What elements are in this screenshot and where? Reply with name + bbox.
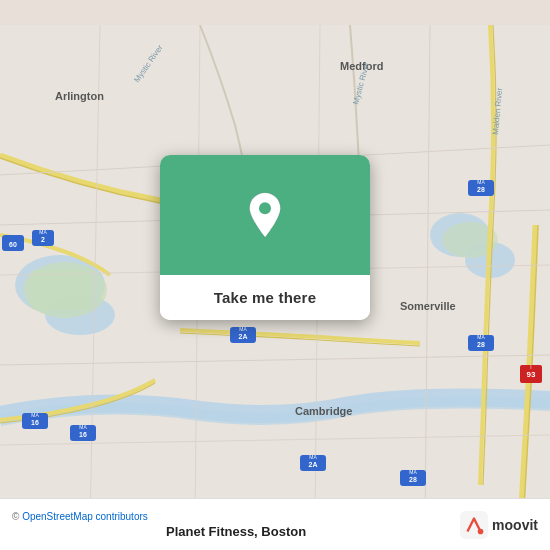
navigation-card: Take me there	[160, 155, 370, 320]
svg-text:16: 16	[79, 431, 87, 438]
take-me-there-button[interactable]: Take me there	[160, 275, 370, 320]
svg-text:2: 2	[41, 236, 45, 243]
moovit-icon	[460, 511, 488, 539]
svg-text:Arlington: Arlington	[55, 90, 104, 102]
svg-rect-6	[30, 270, 90, 310]
moovit-logo: moovit	[460, 511, 538, 539]
svg-text:Cambridge: Cambridge	[295, 405, 352, 417]
svg-text:MA: MA	[477, 179, 485, 185]
svg-text:I: I	[530, 364, 531, 370]
svg-text:MA: MA	[39, 229, 47, 235]
location-pin-icon	[241, 191, 289, 239]
svg-text:28: 28	[409, 476, 417, 483]
map-container: 2 MA 2A MA 16 MA 16 MA 28 MA 28 MA 93 I …	[0, 0, 550, 550]
svg-text:2A: 2A	[239, 333, 248, 340]
svg-text:28: 28	[477, 186, 485, 193]
svg-text:MA: MA	[477, 334, 485, 340]
svg-text:MA: MA	[79, 424, 87, 430]
svg-text:MA: MA	[31, 412, 39, 418]
moovit-text: moovit	[492, 517, 538, 533]
osm-link[interactable]: OpenStreetMap contributors	[22, 511, 148, 522]
svg-text:MA: MA	[239, 326, 247, 332]
svg-rect-54	[460, 511, 488, 539]
svg-text:16: 16	[31, 419, 39, 426]
svg-point-55	[478, 528, 484, 534]
osm-credit: © OpenStreetMap contributors	[12, 511, 460, 522]
place-name: Planet Fitness, Boston	[12, 524, 460, 539]
svg-text:60: 60	[9, 241, 17, 248]
bottom-bar: © OpenStreetMap contributors Planet Fitn…	[0, 498, 550, 550]
card-map-area	[160, 155, 370, 275]
svg-text:28: 28	[477, 341, 485, 348]
svg-text:93: 93	[527, 370, 536, 379]
bottom-left: © OpenStreetMap contributors Planet Fitn…	[12, 511, 460, 539]
svg-text:2A: 2A	[309, 461, 318, 468]
svg-text:Somerville: Somerville	[400, 300, 456, 312]
svg-point-53	[259, 202, 271, 214]
svg-text:MA: MA	[309, 454, 317, 460]
svg-text:MA: MA	[409, 469, 417, 475]
